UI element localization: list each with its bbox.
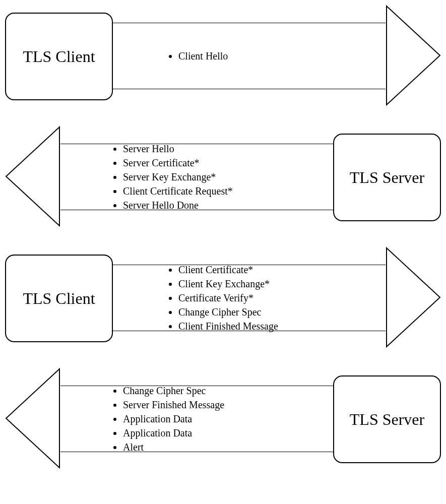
svg-marker-3 xyxy=(6,369,59,468)
svg-marker-0 xyxy=(387,6,440,105)
arrowhead-right-icon xyxy=(386,5,441,106)
message-item: Server Certificate* xyxy=(123,156,233,170)
message-item: Client Hello xyxy=(178,49,228,63)
flow-row-3: TLS Client Client Certificate* Client Ke… xyxy=(5,247,441,348)
tls-client-label: TLS Client xyxy=(23,289,95,308)
message-item: Alert xyxy=(123,440,224,454)
flow-row-4: Change Cipher Spec Server Finished Messa… xyxy=(5,368,441,469)
message-item: Change Cipher Spec xyxy=(123,384,224,398)
svg-marker-2 xyxy=(387,248,440,347)
arrowhead-right-icon xyxy=(386,247,441,348)
message-item: Client Key Exchange* xyxy=(178,277,278,291)
message-list-1: Client Hello xyxy=(166,49,228,63)
message-item: Server Finished Message xyxy=(123,398,224,412)
svg-marker-1 xyxy=(6,127,59,226)
message-list-4: Change Cipher Spec Server Finished Messa… xyxy=(111,384,224,454)
message-item: Server Hello xyxy=(123,142,233,156)
message-item: Client Finished Message xyxy=(178,319,278,333)
message-item: Client Certificate Request* xyxy=(123,184,233,198)
flow-row-1: TLS Client Client Hello xyxy=(5,5,441,106)
tls-server-label: TLS Server xyxy=(350,410,424,429)
message-item: Certificate Verify* xyxy=(178,291,278,305)
tls-client-label: TLS Client xyxy=(23,47,95,66)
arrowhead-left-icon xyxy=(5,368,60,469)
tls-server-box: TLS Server xyxy=(333,375,441,463)
tls-server-box: TLS Server xyxy=(333,134,441,221)
message-item: Application Data xyxy=(123,426,224,440)
message-list-2: Server Hello Server Certificate* Server … xyxy=(111,142,233,212)
tls-server-label: TLS Server xyxy=(350,168,424,187)
tls-client-box: TLS Client xyxy=(5,255,113,342)
message-item: Server Hello Done xyxy=(123,198,233,212)
message-item: Client Certificate* xyxy=(178,263,278,277)
tls-client-box: TLS Client xyxy=(5,13,113,100)
message-list-3: Client Certificate* Client Key Exchange*… xyxy=(166,263,278,333)
message-item: Server Key Exchange* xyxy=(123,170,233,184)
arrowhead-left-icon xyxy=(5,126,60,227)
message-item: Application Data xyxy=(123,412,224,426)
message-item: Change Cipher Spec xyxy=(178,305,278,319)
flow-row-2: Server Hello Server Certificate* Server … xyxy=(5,126,441,227)
